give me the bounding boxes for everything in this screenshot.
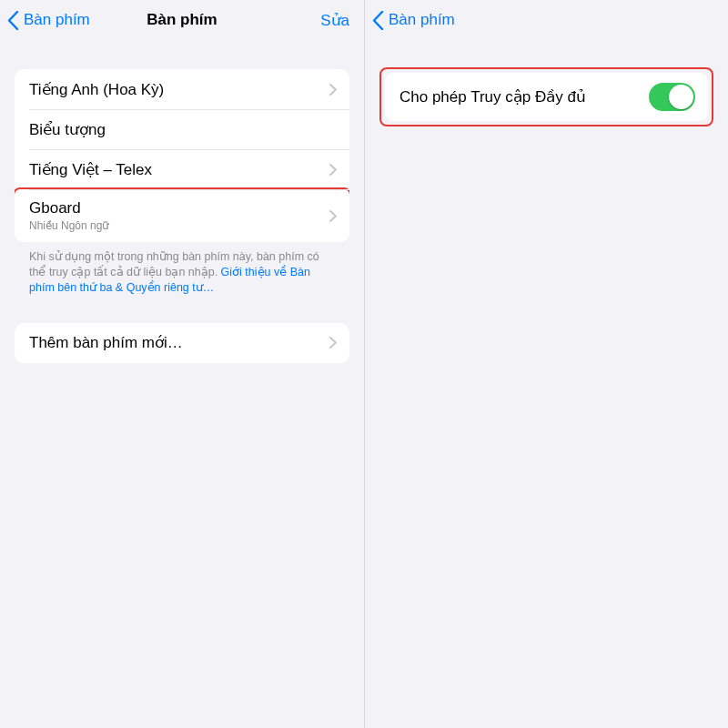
row-label: Biểu tượng [29,120,106,139]
add-keyboard-group: Thêm bàn phím mới… [15,323,349,363]
row-label: Thêm bàn phím mới… [29,333,183,352]
row-label: Tiếng Anh (Hoa Kỳ) [29,80,164,99]
navbar-left: Bàn phím Bàn phím Sửa [0,0,364,40]
row-sublabel: Nhiều Ngôn ngữ [29,219,109,232]
chevron-right-icon [329,164,337,176]
chevron-right-icon [329,337,337,349]
privacy-footer: Khi sử dụng một trong những bàn phím này… [29,249,335,296]
back-label: Bàn phím [24,11,90,29]
full-access-group: Cho phép Truy cập Đầy đủ [385,73,708,121]
full-access-toggle[interactable] [649,83,695,111]
edit-button[interactable]: Sửa [320,11,357,30]
keyboard-row-gboard[interactable]: Gboard Nhiều Ngôn ngữ [15,189,349,242]
screen-keyboards: Bàn phím Bàn phím Sửa Tiếng Anh (Hoa Kỳ)… [0,0,364,728]
screen-gboard-settings: Bàn phím Cho phép Truy cập Đầy đủ [364,0,728,728]
chevron-right-icon [329,84,337,96]
row-label: Gboard [29,199,109,217]
back-button[interactable]: Bàn phím [372,11,455,30]
chevron-left-icon [372,11,384,30]
full-access-row[interactable]: Cho phép Truy cập Đầy đủ [385,73,708,121]
keyboard-row-emoji[interactable]: Biểu tượng [15,109,349,149]
chevron-left-icon [7,11,19,30]
highlight-box: Cho phép Truy cập Đầy đủ [379,67,713,126]
keyboard-list: Tiếng Anh (Hoa Kỳ) Biểu tượng Tiếng Việt… [15,69,349,242]
row-label: Tiếng Việt – Telex [29,160,152,179]
keyboard-row-vietnamese[interactable]: Tiếng Việt – Telex [15,149,349,189]
keyboard-row-english[interactable]: Tiếng Anh (Hoa Kỳ) [15,69,349,109]
back-label: Bàn phím [389,11,455,29]
back-button[interactable]: Bàn phím [7,11,90,30]
chevron-right-icon [329,210,337,222]
add-keyboard-row[interactable]: Thêm bàn phím mới… [15,323,349,363]
navbar-right: Bàn phím [365,0,728,40]
toggle-knob [669,85,693,109]
row-label: Cho phép Truy cập Đầy đủ [399,87,586,106]
